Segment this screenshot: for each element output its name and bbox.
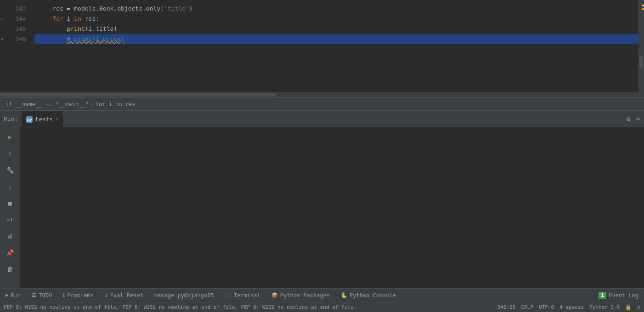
warning-indicator-1 xyxy=(642,5,644,6)
code-line-343: res = models.Book.objects.only('title') xyxy=(34,4,638,14)
run-label: Run: xyxy=(4,115,18,122)
status-indent[interactable]: 4 spaces xyxy=(559,304,584,310)
code-line-346: # print(i.price) xyxy=(34,34,638,44)
minimize-icon[interactable]: − xyxy=(636,114,640,123)
event-log-badge: 1 xyxy=(599,292,606,299)
run-pin-button[interactable]: 📌 xyxy=(4,246,17,259)
line-343: 343 xyxy=(0,4,30,14)
toolbar-right: 1 Event Log xyxy=(593,292,644,299)
run-trash-button[interactable]: 🗑 xyxy=(4,263,17,276)
tab-python-console-label: Python Console xyxy=(350,292,396,299)
problems-icon: ℹ xyxy=(63,292,65,298)
status-right: 346:25 CRLF UTF-8 4 spaces Python 3.6 🔒 … xyxy=(497,304,640,310)
run-rerun-button[interactable]: ≡⬇ xyxy=(4,213,17,226)
tab-python-packages[interactable]: 📦 Python Packages xyxy=(266,289,335,302)
run-header-actions: ⚙ − xyxy=(627,114,640,123)
settings-icon[interactable]: ⚙ xyxy=(627,115,630,123)
status-message: PEP 8: W292 no newline at end of file. P… xyxy=(4,304,497,310)
lock-icon[interactable]: 🔒 xyxy=(625,304,632,310)
run-tab-icon: ▶ xyxy=(6,292,9,298)
code-content: 343 ◇ 344 345 ◆ 346 res = models.Book.ob… xyxy=(0,0,644,92)
tab-run-label: Run xyxy=(11,292,21,299)
tab-terminal-label: Terminal xyxy=(234,292,260,299)
run-tab[interactable]: py tests ✕ xyxy=(22,111,63,127)
status-bar: PEP 8: W292 no newline at end of file. P… xyxy=(0,302,644,312)
run-down-button[interactable]: ↓ xyxy=(4,180,17,193)
terminal-icon: ⬛ xyxy=(225,292,232,298)
tab-python-console[interactable]: 🐍 Python Console xyxy=(335,289,401,302)
run-stop-button[interactable]: ■ xyxy=(4,197,17,210)
code-lines[interactable]: res = models.Book.objects.only('title') … xyxy=(34,0,638,92)
run-tab-name: tests xyxy=(35,116,53,123)
run-print-button[interactable]: 🖨 xyxy=(4,230,17,243)
tab-manage-py[interactable]: manage.py@django05 xyxy=(149,289,220,302)
tab-problems[interactable]: ℹ Problems xyxy=(57,289,99,302)
toolbar-tabs: ▶ Run ☰ TODO ℹ Problems ↺ Eval Reset man… xyxy=(0,289,401,302)
fold-up-icon[interactable]: ◆ xyxy=(1,34,4,44)
tab-eval-reset[interactable]: ↺ Eval Reset xyxy=(99,289,149,302)
v-scrollbar-thumb[interactable] xyxy=(639,55,643,69)
tab-todo[interactable]: ☰ TODO xyxy=(26,289,57,302)
run-tab-close[interactable]: ✕ xyxy=(55,116,58,122)
tab-terminal[interactable]: ⬛ Terminal xyxy=(220,289,266,302)
editor-area: 343 ◇ 344 345 ◆ 346 res = models.Book.ob… xyxy=(0,0,644,110)
status-encoding[interactable]: UTF-8 xyxy=(539,304,554,310)
run-panel: Run: py tests ✕ ⚙ − ▶ ↑ 🔧 ↓ ■ ≡⬇ 🖨 📌 🗑 xyxy=(0,110,644,288)
python-packages-icon: 📦 xyxy=(271,292,278,298)
fold-down-icon[interactable]: ◇ xyxy=(1,14,4,24)
status-position[interactable]: 346:25 xyxy=(497,304,516,310)
python-console-icon: 🐍 xyxy=(341,292,347,298)
run-sidebar: ▶ ↑ 🔧 ↓ ■ ≡⬇ 🖨 📌 🗑 xyxy=(0,127,20,288)
run-output-area[interactable] xyxy=(20,127,644,288)
line-345: 345 xyxy=(0,24,30,34)
status-python-version[interactable]: Python 3.6 xyxy=(589,304,620,310)
todo-icon: ☰ xyxy=(32,292,36,298)
run-body: ▶ ↑ 🔧 ↓ ■ ≡⬇ 🖨 📌 🗑 xyxy=(0,127,644,288)
tab-python-packages-label: Python Packages xyxy=(280,292,330,299)
status-line-ending[interactable]: CRLF xyxy=(521,304,534,310)
run-panel-header: Run: py tests ✕ ⚙ − xyxy=(0,110,644,127)
breadcrumb-item-1[interactable]: if __name__ == "__main__" xyxy=(6,101,89,108)
horizontal-scrollbar[interactable] xyxy=(0,92,644,97)
tab-eval-reset-label: Eval Reset xyxy=(110,292,143,299)
breadcrumb-item-2[interactable]: for i in res xyxy=(96,101,136,108)
status-settings-icon[interactable]: ⚙ xyxy=(637,304,640,310)
breadcrumb-arrow: › xyxy=(90,101,94,108)
h-scrollbar-thumb[interactable] xyxy=(0,93,276,96)
line-346: ◆ 346 xyxy=(0,34,30,44)
tab-run[interactable]: ▶ Run xyxy=(0,289,26,302)
run-wrench-button[interactable]: 🔧 xyxy=(4,164,17,176)
line-numbers: 343 ◇ 344 345 ◆ 346 xyxy=(0,0,34,92)
bottom-toolbar: ▶ Run ☰ TODO ℹ Problems ↺ Eval Reset man… xyxy=(0,288,644,302)
python-tab-icon: py xyxy=(26,116,33,123)
run-up-button[interactable]: ↑ xyxy=(4,147,17,160)
tab-problems-label: Problems xyxy=(67,292,94,299)
eval-reset-icon: ↺ xyxy=(105,292,108,298)
tab-todo-label: TODO xyxy=(39,292,52,299)
vertical-scrollbar[interactable] xyxy=(638,0,644,92)
event-log-button[interactable]: 1 Event Log xyxy=(593,292,644,299)
line-344: ◇ 344 xyxy=(0,14,30,24)
warning-indicator-2 xyxy=(642,8,644,10)
code-line-344: for i in res: xyxy=(34,14,638,24)
breadcrumb: if __name__ == "__main__" › for i in res xyxy=(0,97,644,110)
code-line-345: print(i.title) xyxy=(34,24,638,34)
event-log-label: Event Log xyxy=(609,292,638,299)
run-play-button[interactable]: ▶ xyxy=(4,130,17,143)
tab-manage-py-label: manage.py@django05 xyxy=(154,292,214,299)
